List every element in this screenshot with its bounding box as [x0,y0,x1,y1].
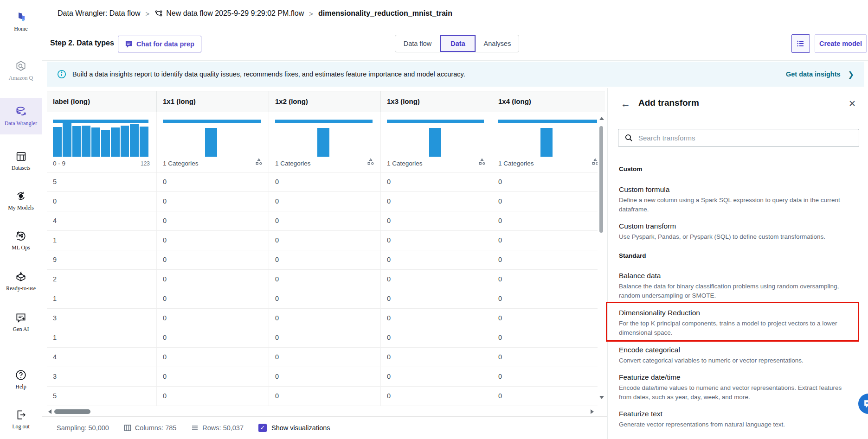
cell-1x4: 0 [492,192,605,211]
histogram-bar [205,128,217,157]
cell-1x2: 0 [269,211,381,230]
cell-label: 5 [47,387,157,406]
cell-1x3: 0 [381,309,492,328]
show-visualizations-checkbox[interactable]: ✓ [258,424,267,432]
cell-1x4: 0 [492,250,605,269]
histogram-cell-1x4[interactable]: 1 Categories [492,112,605,172]
table-row: 5 0 0 0 0 [47,172,605,192]
transform-encode-categorical[interactable]: Encode categorical [619,346,680,354]
sidebar-item-my-models[interactable]: My Models [0,185,42,211]
table-vertical-scrollbar[interactable] [598,112,605,407]
tab-data[interactable]: Data [440,35,476,52]
list-view-button[interactable] [791,34,810,53]
transform-custom-transform[interactable]: Custom transform [619,222,676,230]
histogram-cell-label[interactable]: 0 - 9 123 [47,112,157,172]
breadcrumb-flow-file[interactable]: New data flow 2025-9-29 9:29:02 PM.flow [166,9,304,18]
histogram-footer: 0 - 9 123 [53,158,151,169]
histogram-footer: 1 Categories [498,158,599,169]
sidebar-item-gen-ai[interactable]: Gen AI [0,307,42,333]
sidebar-item-label: Gen AI [0,326,42,333]
cell-1x3: 0 [381,348,492,367]
amazon-q-icon [0,59,42,73]
sidebar-item-datasets[interactable]: Datasets [0,146,42,172]
panel-title: Add transform [638,98,699,108]
histogram-topline [163,120,261,123]
breadcrumb-root[interactable]: Data Wrangler: Data flow [58,9,140,18]
vertical-scroll-thumb[interactable] [599,126,603,233]
add-transform-panel: ← Add transform ✕ Custom Custom formula … [607,88,868,439]
sidebar-item-label: My Models [0,204,42,211]
column-header-1x3[interactable]: 1x3 (long) [381,91,492,112]
histogram-bar [540,128,553,157]
chat-for-data-prep-button[interactable]: Chat for data prep [118,36,201,52]
sidebar-item-ready-to-use[interactable]: Ready-to-use [0,266,42,292]
breadcrumb-separator: > [145,10,149,18]
column-header-label[interactable]: label (long) [47,91,157,112]
cell-1x4: 0 [492,348,605,367]
table-row: 1 0 0 0 0 [47,328,605,348]
cell-1x3: 0 [381,328,492,347]
table-row: 3 0 0 0 0 [47,367,605,387]
numeric-type-icon: 123 [141,158,150,169]
tab-data-flow[interactable]: Data flow [395,35,440,52]
sidebar-item-label: Ready-to-use [0,285,42,292]
get-data-insights-link[interactable]: Get data insights [786,70,841,78]
sidebar-item-ml-ops[interactable]: ML Ops [0,225,42,251]
sidebar-item-amazon-q[interactable]: Amazon Q [0,56,42,82]
transform-featurize-datetime[interactable]: Featurize date/time [619,373,681,382]
scroll-up-arrow[interactable] [599,117,604,120]
chat-button-label: Chat for data prep [136,40,194,48]
cell-1x1: 0 [157,367,269,386]
close-icon[interactable]: ✕ [849,98,856,109]
histogram-topline [275,120,373,123]
cell-1x2: 0 [269,328,381,347]
sidebar-item-log-out[interactable]: Log out [0,404,42,430]
cell-1x3: 0 [381,289,492,308]
histogram-bar [82,126,90,157]
category-count: 1 Categories [387,160,423,167]
transform-dimensionality-reduction[interactable]: Dimensionality Reduction [619,309,700,317]
sidebar-item-home[interactable]: Home [0,6,42,32]
cell-label: 1 [47,231,157,250]
create-model-button[interactable]: Create model [815,34,867,53]
search-box [618,129,859,147]
horizontal-scroll-thumb[interactable] [54,409,90,414]
category-count: 1 Categories [163,160,199,167]
scroll-right-arrow[interactable] [591,409,594,414]
table-horizontal-scrollbar[interactable] [47,407,605,416]
table-row: 2 0 0 0 0 [47,270,605,289]
histogram-bar [429,128,441,157]
column-header-1x4[interactable]: 1x4 (long) [492,91,605,112]
search-transforms-input[interactable] [637,134,859,142]
scroll-down-arrow[interactable] [599,396,604,399]
histogram-cell-1x1[interactable]: 1 Categories [157,112,269,172]
sidebar-item-data-wrangler[interactable]: Data Wrangler [0,98,42,134]
cell-label: 0 [47,192,157,211]
histogram-bar [63,121,71,157]
table-status-bar: Sampling: 50,000 Columns: 785 Rows: 50,0… [42,416,607,439]
sampling-count: Sampling: 50,000 [57,424,109,432]
transform-custom-formula[interactable]: Custom formula [619,185,669,194]
histogram-cell-1x3[interactable]: 1 Categories [381,112,492,172]
column-header-1x2[interactable]: 1x2 (long) [269,91,381,112]
column-header-1x1[interactable]: 1x1 (long) [157,91,269,112]
cell-1x4: 0 [492,211,605,230]
category-count: 1 Categories [275,160,311,167]
chat-icon [125,40,133,48]
histogram-cell-1x2[interactable]: 1 Categories [269,112,381,172]
cell-1x1: 0 [157,328,269,347]
cell-1x1: 0 [157,172,269,191]
transform-balance-data[interactable]: Balance data [619,272,661,280]
back-arrow-icon[interactable]: ← [621,98,630,109]
cell-label: 5 [47,172,157,191]
tab-analyses[interactable]: Analyses [476,35,519,52]
breadcrumb: Data Wrangler: Data flow > New data flow… [58,9,452,18]
category-count: 1 Categories [498,160,534,167]
cell-label: 3 [47,309,157,328]
breadcrumb-separator: > [309,10,313,18]
scroll-left-arrow[interactable] [48,409,51,414]
chevron-right-icon[interactable]: ❯ [848,70,854,79]
transform-featurize-text[interactable]: Featurize text [619,410,662,418]
cell-1x2: 0 [269,348,381,367]
sidebar-item-help[interactable]: Help [0,364,42,390]
